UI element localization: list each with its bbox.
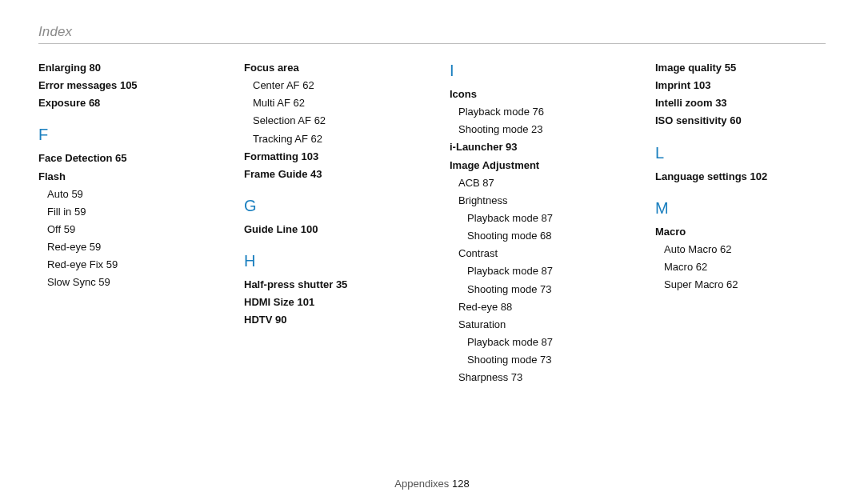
entry-label: Formatting — [244, 150, 298, 162]
entry-label: Red-eye Fix — [47, 258, 103, 270]
entry-label: Flash — [38, 170, 66, 182]
entry-label: Auto Macro — [664, 243, 717, 255]
entry-label: Multi AF — [253, 97, 290, 109]
entry-label: Auto — [47, 188, 69, 200]
page-number: 59 — [74, 206, 86, 218]
entry-centeraf: Center AF 62 — [253, 78, 414, 94]
page-number: 35 — [336, 278, 347, 290]
entry-saturation-shooting: Shooting mode 73 — [467, 352, 620, 368]
page-number: 59 — [90, 241, 101, 253]
entry-label: Brightness — [458, 194, 507, 206]
entry-saturation: Saturation — [458, 317, 620, 333]
page-number: 88 — [501, 301, 512, 313]
entry-flash-slowsync: Slow Sync 59 — [47, 274, 209, 290]
page-number: 59 — [71, 188, 82, 200]
page-number: 103 — [302, 150, 319, 162]
entry-label: Shooting mode — [467, 230, 537, 242]
entry-label: Exposure — [38, 97, 86, 109]
page-number: 59 — [98, 276, 110, 288]
entry-guideline: Guide Line 100 — [244, 222, 414, 238]
entry-label: HDTV — [244, 314, 272, 326]
entry-contrast-shooting: Shooting mode 73 — [467, 282, 620, 298]
entry-imprint: Imprint 103 — [655, 78, 826, 94]
page-number: 100 — [301, 223, 318, 235]
entry-label: Half-press shutter — [244, 278, 333, 290]
entry-label: Macro — [664, 261, 693, 273]
entry-formatting: Formatting 103 — [244, 149, 414, 165]
entry-supermacro: Super Macro 62 — [664, 277, 826, 293]
entry-label: Enlarging — [38, 62, 86, 74]
page-number: 87 — [482, 177, 494, 189]
entry-acb: ACB 87 — [458, 175, 620, 191]
entry-label: i-Launcher — [450, 141, 502, 153]
page-number: 62 — [302, 79, 314, 91]
entry-label: Red-eye — [458, 301, 498, 313]
entry-label: Tracking AF — [253, 133, 308, 145]
page-number: 62 — [720, 243, 731, 255]
entry-label: Image quality — [655, 62, 722, 74]
entry-flash-off: Off 59 — [47, 222, 209, 238]
page-number: 43 — [310, 168, 322, 180]
page-number: 33 — [715, 97, 726, 109]
letter-heading-g: G — [244, 194, 414, 218]
entry-label: Shooting mode — [467, 283, 537, 295]
entry-label: Frame Guide — [244, 168, 307, 180]
page-number: 59 — [106, 258, 118, 270]
entry-automacro: Auto Macro 62 — [664, 242, 826, 258]
page-number: 90 — [275, 314, 286, 326]
entry-brightness-shooting: Shooting mode 68 — [467, 228, 620, 244]
entry-label: Face Detection — [38, 152, 112, 164]
letter-heading-l: L — [655, 141, 826, 166]
entry-flash-auto: Auto 59 — [47, 186, 209, 202]
page-number: 62 — [314, 114, 326, 126]
entry-label: Playback mode — [467, 336, 538, 348]
entry-selectionaf: Selection AF 62 — [253, 113, 414, 129]
entry-macro: Macro — [655, 224, 826, 240]
entry-flash-fillin: Fill in 59 — [47, 204, 209, 220]
page-number: 87 — [542, 265, 553, 277]
entry-icons: Icons — [450, 86, 620, 102]
entry-label: Sharpness — [458, 371, 508, 383]
page-footer: Appendixes 128 — [0, 478, 864, 490]
entry-hdmisize: HDMI Size 101 — [244, 294, 414, 310]
entry-label: Guide Line — [244, 223, 298, 235]
entry-label: Imprint — [655, 79, 690, 91]
page-number: 62 — [726, 278, 738, 290]
page-container: Index Enlarging 80 Error messages 105 Ex… — [0, 0, 864, 504]
page-number: 68 — [89, 97, 100, 109]
entry-hdtv: HDTV 90 — [244, 312, 414, 328]
header-rule — [38, 43, 826, 44]
page-number: 73 — [511, 371, 522, 383]
entry-label: Playback mode — [467, 212, 538, 224]
page-number: 101 — [297, 296, 314, 308]
letter-heading-h: H — [244, 249, 414, 274]
entry-brightness-playback: Playback mode 87 — [467, 210, 620, 226]
page-number: 103 — [694, 79, 711, 91]
page-header: Index — [38, 24, 826, 40]
index-columns: Enlarging 80 Error messages 105 Exposure… — [38, 58, 826, 387]
page-number: 105 — [120, 79, 138, 91]
entry-label: Shooting mode — [458, 123, 528, 135]
entry-label: Red-eye — [47, 241, 86, 253]
column-2: Focus area Center AF 62 Multi AF 62 Sele… — [244, 58, 414, 387]
entry-label: Intelli zoom — [655, 97, 713, 109]
entry-brightness: Brightness — [458, 193, 620, 209]
page-number: 73 — [540, 283, 551, 295]
entry-saturation-playback: Playback mode 87 — [467, 334, 620, 350]
entry-label: Off — [47, 223, 61, 235]
entry-label: Shooting mode — [467, 354, 537, 366]
page-number: 73 — [540, 354, 551, 366]
entry-multiaf: Multi AF 62 — [253, 95, 414, 111]
entry-label: Contrast — [458, 247, 498, 259]
entry-intellizoom: Intelli zoom 33 — [655, 95, 826, 111]
entry-label: Language settings — [655, 170, 747, 182]
entry-label: HDMI Size — [244, 296, 294, 308]
footer-section: Appendixes — [394, 478, 449, 490]
entry-flash-redeye: Red-eye 59 — [47, 239, 209, 255]
entry-exposure: Exposure 68 — [38, 95, 209, 111]
entry-frameguide: Frame Guide 43 — [244, 166, 414, 182]
entry-image-quality: Image quality 55 — [655, 60, 826, 76]
entry-label: Focus area — [244, 62, 299, 74]
entry-flash-redeyefix: Red-eye Fix 59 — [47, 257, 209, 273]
entry-icons-shooting: Shooting mode 23 — [458, 122, 620, 138]
